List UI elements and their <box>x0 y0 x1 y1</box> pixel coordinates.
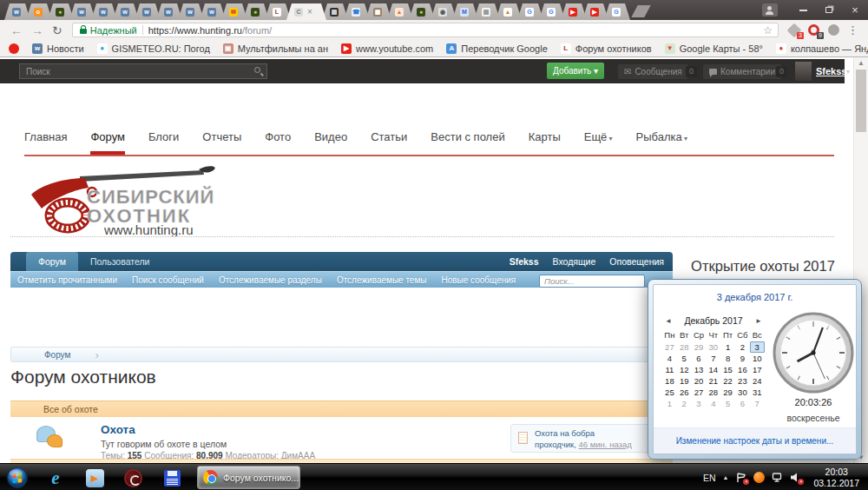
reload-icon[interactable]: ↻ <box>52 23 62 37</box>
volume-muted-icon[interactable]: × <box>790 472 801 483</box>
network-icon[interactable] <box>772 472 783 483</box>
profile-icon[interactable] <box>762 3 778 17</box>
vk-tab[interactable]: w <box>4 3 30 20</box>
taskbar-clock[interactable]: 20:03 03.12.2017 <box>808 467 865 489</box>
youtube-bookmark[interactable]: ▶www.youtube.com <box>341 43 433 54</box>
calendar-day[interactable]: 23 <box>735 375 750 387</box>
user-menu[interactable]: Sfekss <box>816 66 846 76</box>
nav-item-vesti[interactable]: Вести с полей <box>431 130 504 156</box>
calendar-day[interactable]: 30 <box>735 387 750 398</box>
calendar-day[interactable]: 29 <box>692 341 707 353</box>
nav-item-blogi[interactable]: Блоги <box>148 130 179 156</box>
calendar-day[interactable]: 5 <box>677 353 692 364</box>
vk-tab[interactable]: w <box>113 3 139 20</box>
site-logo[interactable]: СИБИРСКИЙ ОХОТНИК www.hunting.ru <box>23 162 231 240</box>
calendar-day[interactable]: 28 <box>677 341 692 353</box>
language-indicator[interactable]: EN <box>703 473 716 483</box>
forum-tab-forum[interactable]: Форум <box>26 252 78 271</box>
wheel-tab[interactable]: ◉ <box>431 3 457 20</box>
yandex-maps-bookmark[interactable]: ●колпашево — Янде <box>776 43 868 54</box>
calendar-month-label[interactable]: Декабрь 2017 <box>674 315 753 326</box>
photo-tab[interactable]: ▦ <box>365 3 391 20</box>
calendar-day[interactable]: 11 <box>662 364 677 375</box>
hunting-boot-tab[interactable]: L <box>265 3 291 20</box>
nav-item-esche[interactable]: Ещё ▾ <box>584 130 613 156</box>
calendar-day[interactable]: 21 <box>706 375 720 387</box>
gismeteo-bookmark[interactable]: ●GISMETEO.RU: Погод <box>97 43 210 54</box>
calendar-day[interactable]: 15 <box>720 364 735 375</box>
comodo-dragon-icon[interactable] <box>122 467 143 488</box>
last-post-author-link[interactable]: проходчик, <box>535 440 576 449</box>
calendar-day[interactable]: 6 <box>735 398 750 409</box>
youtube-tab[interactable]: ▶ <box>582 3 608 20</box>
youtube-tab[interactable]: ▶ <box>561 3 587 20</box>
campfire-tab[interactable]: ▲ <box>496 3 522 20</box>
calendar-day[interactable]: 20 <box>692 375 707 387</box>
phone-tab[interactable]: ☎ <box>344 3 370 20</box>
fox-tab[interactable]: ▲ <box>387 3 413 20</box>
calendar-day[interactable]: 13 <box>692 364 707 375</box>
search-icon[interactable] <box>254 67 260 73</box>
last-post-time[interactable]: 46 мин. назад <box>579 440 632 449</box>
film-tab[interactable]: ▤ <box>322 3 348 20</box>
google-translate-bookmark[interactable]: AПереводчик Google <box>446 43 548 54</box>
nav-item-video[interactable]: Видео <box>314 130 347 156</box>
forum-username-link[interactable]: Sfekss <box>510 256 539 267</box>
restore-button[interactable] <box>816 0 842 20</box>
calendar-day[interactable]: 19 <box>677 375 692 387</box>
calendar-day[interactable]: 1 <box>720 341 735 353</box>
internet-explorer-icon[interactable]: e <box>45 467 66 488</box>
scrollbar-thumb[interactable] <box>856 70 866 132</box>
section-header[interactable]: Все об охоте <box>10 401 673 417</box>
nav-item-foto[interactable]: Фото <box>265 130 291 156</box>
nav-item-karty[interactable]: Карты <box>529 130 561 156</box>
vk-tab[interactable]: w <box>156 3 182 20</box>
subnav-link-2[interactable]: Отслеживаемые разделы <box>219 275 322 285</box>
nav-item-forum[interactable]: Форум <box>90 130 125 156</box>
google-maps-bookmark[interactable]: ▼Google Карты - 58° <box>665 43 763 54</box>
calendar-day[interactable]: 8 <box>720 353 735 364</box>
subnav-link-1[interactable]: Поиск сообщений <box>132 275 204 285</box>
calendar-day[interactable]: 1 <box>662 398 677 409</box>
bookmark-star-icon[interactable]: ☆ <box>763 24 773 36</box>
change-datetime-settings-link[interactable]: Изменение настроек даты и времени... <box>676 436 834 446</box>
breadcrumb-forum-link[interactable]: Форум <box>44 350 70 360</box>
calendar-day[interactable]: 7 <box>750 398 765 409</box>
last-post-link[interactable]: Охота на бобра <box>535 428 595 438</box>
calendar-day[interactable]: 10 <box>750 353 765 364</box>
extension-button-2[interactable]: 9 <box>806 23 821 37</box>
scroll-up-icon[interactable]: ▲ <box>854 59 868 67</box>
media-player-icon[interactable]: ▶ <box>84 467 105 488</box>
vk-tab[interactable]: w <box>69 3 95 20</box>
yandex-mail-tab[interactable]: ✉ <box>221 3 247 20</box>
vk-tab[interactable]: w <box>200 3 226 20</box>
google-tab[interactable]: G <box>604 3 630 20</box>
comments-button[interactable]: Комментарии <box>703 64 781 79</box>
save-program-icon[interactable] <box>161 467 182 488</box>
calendar-day[interactable]: 4 <box>706 398 720 409</box>
messages-button[interactable]: ✉ Сообщения <box>618 64 688 79</box>
nav-item-rybalka[interactable]: Рыбалка ▾ <box>636 130 687 156</box>
vk-tab[interactable]: w <box>91 3 117 20</box>
calendar-day[interactable]: 7 <box>706 353 720 364</box>
add-button[interactable]: Добавить ▾ <box>547 63 604 79</box>
calendar-day[interactable]: 30 <box>706 341 720 353</box>
calendar-day[interactable]: 3 <box>692 398 707 409</box>
avast-icon[interactable] <box>753 472 765 483</box>
calendar-day[interactable]: 22 <box>720 375 735 387</box>
start-button[interactable] <box>7 467 28 488</box>
google-tab[interactable]: G <box>539 3 565 20</box>
calendar-day[interactable]: 16 <box>735 364 750 375</box>
vk-tab[interactable]: w <box>135 3 161 20</box>
minimize-button[interactable] <box>790 0 816 20</box>
subnav-link-0[interactable]: Отметить прочитанными <box>17 275 117 285</box>
odnoklassniki-tab[interactable]: o <box>26 3 52 20</box>
chrome-taskbar-button[interactable]: Форум охотнико... <box>197 466 300 489</box>
metro-tab[interactable]: M <box>452 3 478 20</box>
address-bar[interactable]: Надежный https://www.hunting.ru /forum/ … <box>72 23 779 37</box>
subnav-link-3[interactable]: Отслеживаемые темы <box>337 275 427 285</box>
calendar-day[interactable]: 26 <box>677 387 692 398</box>
show-hidden-icons-icon[interactable]: ▲ <box>723 474 729 480</box>
cartoons-bookmark[interactable]: ▣Мультфильмы на ан <box>223 43 328 54</box>
calendar-next-icon[interactable]: ► <box>753 317 765 325</box>
